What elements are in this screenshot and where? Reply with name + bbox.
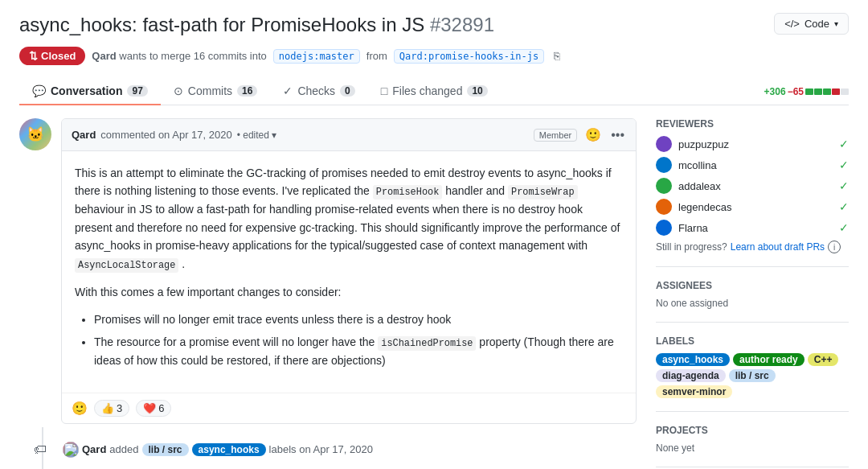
reviewer-row-2: mcollina ✓ <box>656 157 849 173</box>
tabs-bar: 💬 Conversation 97 ⊙ Commits 16 ✓ Checks … <box>19 78 849 105</box>
code-promisewrap: PromiseWrap <box>508 185 578 200</box>
code-button-label: Code <box>805 18 829 30</box>
conversation-icon: 💬 <box>32 84 46 97</box>
title-text: async_hooks: fast-path for PromiseHooks … <box>19 14 424 35</box>
reviewer-avatar-4 <box>656 199 672 215</box>
reviewer-avatar-3 <box>656 178 672 194</box>
reviewer-name-5[interactable]: Flarna <box>678 222 708 234</box>
label-lib-src[interactable]: lib / src <box>142 443 189 456</box>
base-branch-link[interactable]: nodejs:master <box>273 49 360 64</box>
copy-icon[interactable]: ⎘ <box>554 50 560 62</box>
comment-footer: 🙂 👍 3 ❤️ 6 <box>62 393 636 423</box>
labels-title: Labels <box>656 335 849 347</box>
code-button[interactable]: </> Code ▾ <box>774 13 849 35</box>
reviewer-row-3: addaleax ✓ <box>656 178 849 194</box>
checks-icon: ✓ <box>283 84 293 97</box>
chevron-down-icon: ▾ <box>272 130 276 141</box>
code-ischained: isChainedPromise <box>378 336 476 351</box>
sidebar-label-cpp[interactable]: C++ <box>808 353 839 366</box>
edited-badge[interactable]: • edited ▾ <box>237 130 276 141</box>
reviewer-name-2[interactable]: mcollina <box>678 159 717 171</box>
comment-para-2: With this comes a few important changes … <box>75 283 623 301</box>
label-async-hooks[interactable]: async_hooks <box>192 443 266 456</box>
sidebar-label-semver-minor[interactable]: semver-minor <box>656 385 732 398</box>
reviewer-row-1: puzpuzpuz ✓ <box>656 136 849 152</box>
tab-commits[interactable]: ⊙ Commits 16 <box>161 78 271 105</box>
tab-conversation[interactable]: 💬 Conversation 97 <box>19 78 161 105</box>
pr-meta-text: wants to merge 16 commits into <box>119 50 267 62</box>
comment-content: Qard commented on Apr 17, 2020 • edited … <box>61 118 637 424</box>
list-item-1: Promises will no longer emit trace event… <box>94 311 623 328</box>
sidebar-assignees: Assignees No one assigned <box>656 267 849 323</box>
no-assignees: No one assigned <box>656 298 849 309</box>
sidebar-label-lib-src[interactable]: lib / src <box>729 369 776 382</box>
no-projects: None yet <box>656 442 849 454</box>
timeline-event-labels: 🏷 Qard added lib / src async_hooks label… <box>19 437 637 463</box>
sidebar-labels: Labels async_hooks author ready C++ diag… <box>656 323 849 412</box>
issue-number: #32891 <box>430 14 494 35</box>
member-badge: Member <box>534 129 577 142</box>
reviewers-title: Reviewers <box>656 118 849 130</box>
sidebar-label-diag-agenda[interactable]: diag-agenda <box>656 369 726 382</box>
smiley-button[interactable]: 🙂 <box>583 125 603 144</box>
reviewer-row-4: legendecas ✓ <box>656 199 849 215</box>
comment-author[interactable]: Qard <box>72 129 96 141</box>
edited-text: • edited <box>237 130 269 141</box>
comment-header-right: Member 🙂 ••• <box>534 125 626 144</box>
chevron-down-icon: ▾ <box>834 19 838 28</box>
thumbs-up-icon: 👍 <box>101 402 114 414</box>
sidebar-projects: Projects None yet <box>656 412 849 467</box>
closed-label: Closed <box>41 50 76 62</box>
assignees-title: Assignees <box>656 280 849 291</box>
event-avatar-qard <box>63 442 79 458</box>
event-author-qard[interactable]: Qard <box>82 443 106 455</box>
thumbs-up-reaction[interactable]: 👍 3 <box>94 400 129 417</box>
tab-files-changed[interactable]: □ Files changed 10 <box>368 78 501 105</box>
check-icon-5: ✓ <box>839 221 849 234</box>
sidebar-label-author-ready[interactable]: author ready <box>733 353 805 366</box>
sidebar: Reviewers puzpuzpuz ✓ mcollina ✓ <box>656 118 849 469</box>
head-branch-link[interactable]: Qard:promise-hooks-in-js <box>394 49 544 64</box>
comment-header-left: Qard commented on Apr 17, 2020 • edited … <box>72 129 276 141</box>
timeline: 🐱 Qard commented on Apr 17, 2020 • edite… <box>19 118 637 469</box>
emoji-button[interactable]: 🙂 <box>72 401 88 416</box>
check-icon-2: ✓ <box>839 158 849 171</box>
comment-body: This is an attempt to eliminate the GC-t… <box>62 151 636 393</box>
pr-author[interactable]: Qard <box>92 50 116 62</box>
reviewer-avatar-1 <box>656 136 672 152</box>
sidebar-reviewers: Reviewers puzpuzpuz ✓ mcollina ✓ <box>656 118 849 267</box>
diff-bar-seg-5 <box>841 88 849 95</box>
diff-bar-seg-4 <box>832 88 840 95</box>
diff-bar-seg-1 <box>805 88 813 95</box>
diff-stat: +306 −65 <box>764 86 849 97</box>
comment-box: 🐱 Qard commented on Apr 17, 2020 • edite… <box>19 118 637 424</box>
heart-reaction[interactable]: ❤️ 6 <box>136 400 171 417</box>
event-text-labels: Qard added lib / src async_hooks labels … <box>63 437 373 458</box>
check-icon-1: ✓ <box>839 138 849 150</box>
draft-link[interactable]: Learn about draft PRs <box>731 241 825 253</box>
comment-para-1: This is an attempt to eliminate the GC-t… <box>75 164 623 274</box>
commits-icon: ⊙ <box>174 84 183 97</box>
files-icon: □ <box>381 84 387 97</box>
comment-header: Qard commented on Apr 17, 2020 • edited … <box>62 119 636 151</box>
comment-list: Promises will no longer emit trace event… <box>75 311 623 370</box>
code-icon: </> <box>784 18 800 30</box>
info-icon[interactable]: i <box>828 241 841 253</box>
reviewer-row-5: Flarna ✓ <box>656 220 849 236</box>
more-options-button[interactable]: ••• <box>609 126 626 144</box>
merge-icon: ⇅ <box>29 50 38 62</box>
reviewer-name-1[interactable]: puzpuzpuz <box>678 138 729 150</box>
sidebar-label-async-hooks[interactable]: async_hooks <box>656 353 730 366</box>
tab-checks[interactable]: ✓ Checks 0 <box>270 78 367 105</box>
reviewer-name-3[interactable]: addaleax <box>678 180 721 192</box>
avatar: 🐱 <box>19 118 51 150</box>
code-promisehook: PromiseHook <box>373 185 443 200</box>
check-icon-3: ✓ <box>839 179 849 192</box>
reviewer-name-4[interactable]: legendecas <box>678 201 732 213</box>
reviewer-avatar-2 <box>656 157 672 173</box>
draft-text: Still in progress? Learn about draft PRs… <box>656 241 849 253</box>
labels-container: async_hooks author ready C++ diag-agenda… <box>656 353 849 398</box>
pr-meta-row: ⇅ Closed Qard wants to merge 16 commits … <box>19 47 849 65</box>
code-asynclocalstorage: AsyncLocalStorage <box>75 258 178 273</box>
closed-badge: ⇅ Closed <box>19 47 85 65</box>
